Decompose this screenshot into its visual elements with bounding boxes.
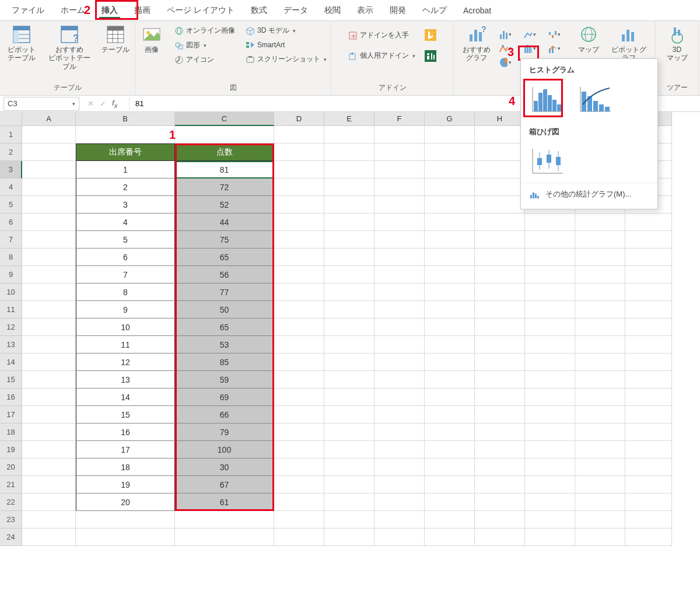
cell-B10[interactable]: 8 [76, 284, 175, 301]
cell-G11[interactable] [425, 301, 475, 318]
cell-A11[interactable] [22, 301, 76, 318]
cell-C11[interactable]: 50 [175, 301, 274, 318]
cell-K7[interactable] [625, 231, 672, 249]
cell-B8[interactable]: 6 [76, 249, 175, 266]
cell-K24[interactable] [625, 528, 672, 546]
cell-G15[interactable] [425, 371, 475, 388]
name-box[interactable]: C3▾ [4, 97, 79, 111]
row-header-4[interactable]: 4 [0, 178, 22, 196]
cell-A24[interactable] [22, 528, 76, 546]
bing-icon[interactable] [425, 29, 438, 42]
cell-K14[interactable] [625, 354, 672, 371]
tab-pagelayout[interactable]: ページ レイアウト [159, 1, 243, 20]
cell-H14[interactable] [475, 354, 525, 371]
cell-A18[interactable] [22, 424, 76, 441]
cell-E24[interactable] [324, 528, 374, 546]
cell-F18[interactable] [374, 424, 425, 441]
pareto-chart-option[interactable] [576, 81, 613, 114]
row-header-1[interactable]: 1 [0, 126, 22, 144]
cell-C17[interactable]: 66 [175, 406, 274, 424]
cell-E22[interactable] [324, 494, 374, 511]
cell-J19[interactable] [575, 441, 625, 459]
row-header-16[interactable]: 16 [0, 388, 22, 406]
cell-E4[interactable] [324, 178, 374, 196]
cell-B11[interactable]: 9 [76, 301, 175, 318]
cell-D5[interactable] [274, 196, 324, 214]
cell-C2[interactable]: 点数 [175, 144, 274, 161]
fx-icon[interactable]: fx [112, 99, 124, 109]
cell-K16[interactable] [625, 388, 672, 406]
cell-D1[interactable] [274, 126, 324, 144]
cell-A22[interactable] [22, 494, 76, 511]
cancel-formula-icon[interactable]: ✕ [88, 99, 94, 108]
cell-F1[interactable] [374, 126, 425, 144]
cell-C19[interactable]: 100 [175, 441, 274, 459]
cell-C1[interactable] [175, 126, 274, 144]
cell-B20[interactable]: 18 [76, 459, 175, 476]
cell-E12[interactable] [324, 318, 374, 336]
cell-D19[interactable] [274, 441, 324, 459]
cell-A5[interactable] [22, 196, 76, 214]
cell-G8[interactable] [425, 249, 475, 266]
row-header-20[interactable]: 20 [0, 459, 22, 476]
cell-I17[interactable] [525, 406, 575, 424]
cell-D14[interactable] [274, 354, 324, 371]
cell-F6[interactable] [374, 214, 425, 231]
maps-button[interactable]: マップ [575, 24, 603, 54]
cell-F2[interactable] [374, 144, 425, 161]
cell-B14[interactable]: 12 [76, 354, 175, 371]
cell-F12[interactable] [374, 318, 425, 336]
cell-F15[interactable] [374, 371, 425, 388]
cell-B12[interactable]: 10 [76, 318, 175, 336]
cell-B22[interactable]: 20 [76, 494, 175, 511]
cell-B5[interactable]: 3 [76, 196, 175, 214]
cell-F4[interactable] [374, 178, 425, 196]
cell-G18[interactable] [425, 424, 475, 441]
cell-I8[interactable] [525, 249, 575, 266]
cell-A19[interactable] [22, 441, 76, 459]
cell-C24[interactable] [175, 528, 274, 546]
cell-G23[interactable] [425, 511, 475, 528]
row-header-13[interactable]: 13 [0, 336, 22, 354]
cell-B6[interactable]: 4 [76, 214, 175, 231]
smartart-button[interactable]: SmartArt [244, 39, 286, 51]
cell-H16[interactable] [475, 388, 525, 406]
row-header-17[interactable]: 17 [0, 406, 22, 424]
cell-F5[interactable] [374, 196, 425, 214]
column-header-C[interactable]: C [175, 112, 274, 126]
cell-E18[interactable] [324, 424, 374, 441]
column-header-D[interactable]: D [274, 112, 324, 126]
cell-H4[interactable] [475, 178, 525, 196]
cell-B9[interactable]: 7 [76, 266, 175, 284]
tab-acrobat[interactable]: Acrobat [455, 1, 499, 19]
cell-F21[interactable] [374, 476, 425, 494]
cell-K12[interactable] [625, 318, 672, 336]
cell-G12[interactable] [425, 318, 475, 336]
cell-A13[interactable] [22, 336, 76, 354]
cell-G1[interactable] [425, 126, 475, 144]
cell-G5[interactable] [425, 196, 475, 214]
cell-C23[interactable] [175, 511, 274, 528]
cell-G19[interactable] [425, 441, 475, 459]
cell-E9[interactable] [324, 266, 374, 284]
winloss-chart-button[interactable]: ▾ [548, 28, 561, 41]
cell-J24[interactable] [575, 528, 625, 546]
row-header-18[interactable]: 18 [0, 424, 22, 441]
cell-I10[interactable] [525, 284, 575, 301]
cell-E6[interactable] [324, 214, 374, 231]
cell-J20[interactable] [575, 459, 625, 476]
cell-H10[interactable] [475, 284, 525, 301]
cell-H12[interactable] [475, 318, 525, 336]
cell-E20[interactable] [324, 459, 374, 476]
tab-help[interactable]: ヘルプ [414, 1, 455, 20]
cell-K20[interactable] [625, 459, 672, 476]
cell-D9[interactable] [274, 266, 324, 284]
cell-H19[interactable] [475, 441, 525, 459]
cell-B7[interactable]: 5 [76, 231, 175, 249]
cell-I15[interactable] [525, 371, 575, 388]
cell-D10[interactable] [274, 284, 324, 301]
row-header-5[interactable]: 5 [0, 196, 22, 214]
cell-C22[interactable]: 61 [175, 494, 274, 511]
cell-K11[interactable] [625, 301, 672, 318]
cell-C8[interactable]: 65 [175, 249, 274, 266]
